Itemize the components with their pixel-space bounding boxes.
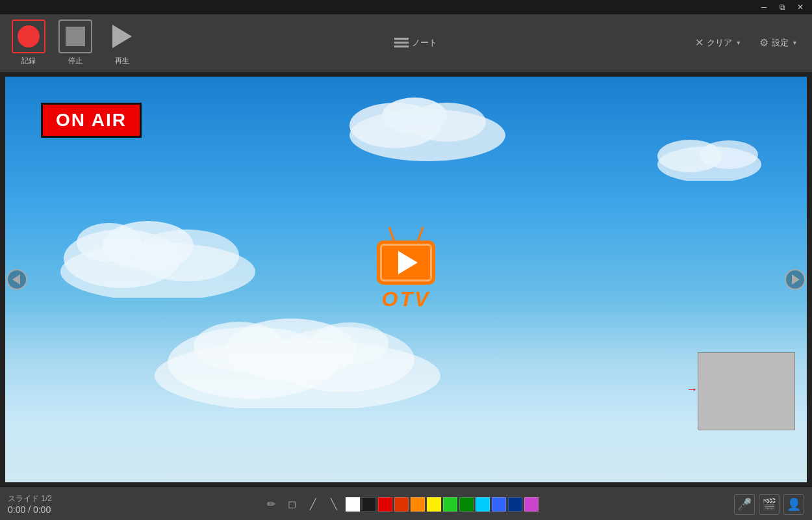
cloud-4 [135, 304, 460, 408]
right-tools: 🎤 🎬 👤 [734, 494, 804, 515]
stop-icon [58, 20, 92, 53]
record-button[interactable]: 記録 [8, 17, 49, 68]
color-swatch-green[interactable] [443, 497, 457, 512]
settings-button[interactable]: ⚙ 設定 ▼ [753, 32, 804, 53]
tv-screen-border [380, 244, 432, 281]
line-tool-button[interactable]: ╲ [325, 495, 343, 514]
time-info: 0:00 / 0:00 [8, 504, 66, 515]
stop-label: 停止 [68, 56, 82, 66]
color-swatch-orange-red[interactable] [394, 497, 409, 512]
next-slide-button[interactable] [785, 269, 806, 290]
red-arrow-icon: → [686, 383, 698, 396]
left-arrow-icon [12, 274, 20, 285]
microphone-button[interactable]: 🎤 [734, 494, 755, 515]
play-button[interactable]: 再生 [101, 17, 143, 68]
color-swatch-dark-green[interactable] [459, 497, 474, 512]
color-swatch-blue[interactable] [492, 497, 506, 512]
slide-area: ON AIR OTV → [5, 77, 807, 482]
otv-logo: OTV [377, 240, 435, 311]
color-swatch-black[interactable] [362, 497, 376, 512]
settings-label: 設定 [772, 37, 789, 49]
record-icon [12, 20, 45, 53]
stop-button[interactable]: 停止 [55, 17, 96, 68]
color-palette [346, 497, 539, 512]
main-content: ON AIR OTV → [0, 72, 812, 488]
toolbar: 記録 停止 再生 ノート ✕ クリア ▼ ⚙ 設定 ▼ [0, 14, 812, 72]
antenna-right [417, 227, 424, 241]
gear-icon: ⚙ [759, 36, 768, 49]
play-icon [105, 20, 139, 53]
svg-point-3 [382, 98, 447, 134]
note-icon [394, 38, 409, 47]
color-swatch-purple[interactable] [524, 497, 539, 512]
minimize-button[interactable]: ─ [755, 0, 773, 14]
restore-button[interactable]: ⧉ [773, 0, 791, 14]
person-button[interactable]: 👤 [783, 494, 804, 515]
cloud-2 [644, 129, 774, 181]
tv-body [377, 240, 435, 285]
pen-tool-button[interactable]: ✏ [262, 495, 281, 514]
slide-background: ON AIR OTV → [5, 77, 807, 482]
otv-label: OTV [382, 287, 431, 311]
slide-info: スライド 1/2 [8, 493, 66, 504]
play-label: 再生 [115, 56, 129, 66]
bottom-bar: スライド 1/2 0:00 / 0:00 ✏ ◻ ╱ ╲ 🎤 🎬 👤 [0, 488, 812, 520]
x-icon: ✕ [695, 36, 704, 49]
clear-button[interactable]: ✕ クリア ▼ [689, 32, 748, 53]
color-swatch-yellow[interactable] [427, 497, 441, 512]
note-button[interactable]: ノート [388, 33, 444, 53]
close-button[interactable]: ✕ [791, 0, 809, 14]
right-arrow-icon [792, 274, 800, 285]
svg-point-17 [311, 322, 388, 364]
color-swatch-dark-blue[interactable] [508, 497, 522, 512]
eraser-tool-button[interactable]: ◻ [283, 495, 301, 514]
camera-button[interactable]: 🎬 [759, 494, 780, 515]
title-bar: ─ ⧉ ✕ [0, 0, 812, 14]
settings-dropdown-arrow: ▼ [792, 40, 798, 46]
note-label: ノート [412, 37, 437, 49]
color-swatch-orange[interactable] [411, 497, 425, 512]
marker-tool-button[interactable]: ╱ [304, 495, 322, 514]
drawing-tools: ✏ ◻ ╱ ╲ [71, 495, 729, 514]
cloud-3 [44, 207, 272, 298]
svg-point-16 [194, 322, 285, 371]
antenna-left [388, 227, 395, 241]
on-air-badge: ON AIR [41, 103, 142, 138]
clear-label: クリア [707, 37, 732, 49]
record-label: 記録 [21, 56, 36, 66]
tv-icon [377, 240, 435, 285]
thumbnail-panel [698, 352, 795, 430]
svg-point-6 [700, 140, 758, 169]
color-swatch-cyan[interactable] [476, 497, 490, 512]
cloud-1 [330, 83, 525, 161]
clear-dropdown-arrow: ▼ [735, 40, 741, 46]
color-swatch-red[interactable] [378, 497, 392, 512]
prev-slide-button[interactable] [6, 269, 27, 290]
color-swatch-white[interactable] [346, 497, 360, 512]
tv-antennas [387, 225, 425, 240]
svg-point-11 [77, 223, 142, 262]
